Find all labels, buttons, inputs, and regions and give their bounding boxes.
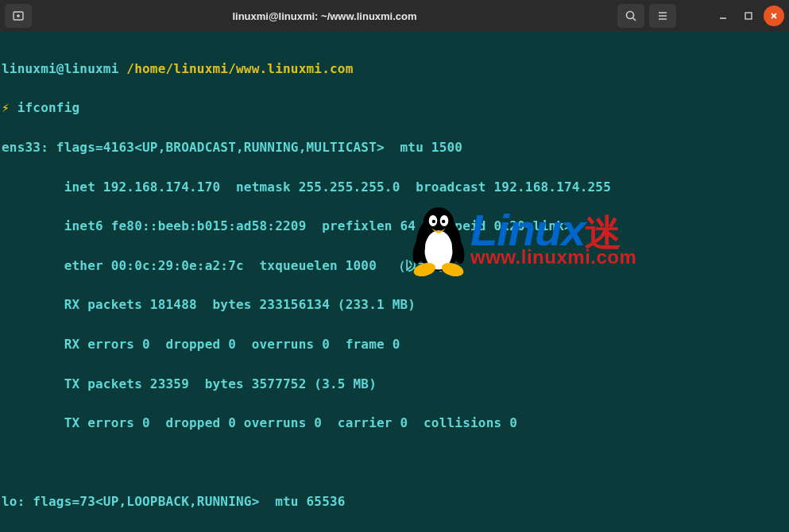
terminal-viewport[interactable]: linuxmi@linuxmi /home/linuxmi/www.linuxm… [0,32,789,532]
output-ens33-inet: inet 192.168.174.170 netmask 255.255.255… [2,178,784,198]
output-ens33-tx-errors: TX errors 0 dropped 0 overruns 0 carrier… [2,414,784,434]
cwd-path: /home/linuxmi/www.linuxmi.com [126,61,353,76]
hamburger-menu-button[interactable] [649,4,676,28]
prompt-line-1: linuxmi@linuxmi /home/linuxmi/www.linuxm… [2,60,784,79]
search-button[interactable] [617,4,644,28]
svg-point-1 [627,12,634,19]
output-ens33-rx-errors: RX errors 0 dropped 0 overruns 0 frame 0 [2,335,784,355]
output-lo-flags: lo: flags=73<UP,LOOPBACK,RUNNING> mtu 65… [2,492,784,512]
new-tab-button[interactable] [5,4,32,28]
output-ens33-tx-packets: TX packets 23359 bytes 3577752 (3.5 MB) [2,375,784,395]
output-ens33-inet6: inet6 fe80::beeb:b015:ad58:2209 prefixle… [2,217,784,237]
output-ens33-ether: ether 00:0c:29:0e:a2:7c txqueuelen 1000 … [2,256,784,276]
output-blank [2,453,784,473]
output-ens33-flags: ens33: flags=4163<UP,BROADCAST,RUNNING,M… [2,138,784,158]
close-button[interactable] [764,6,784,26]
output-ens33-rx-packets: RX packets 181488 bytes 233156134 (233.1… [2,295,784,315]
command-line: ⚡ ifconfig [2,98,784,118]
command-text: ifconfig [17,100,80,115]
bolt-icon: ⚡ [2,100,10,115]
maximize-button[interactable] [738,6,759,26]
window-title: linuxmi@linuxmi: ~/www.linuxmi.com [37,10,613,22]
titlebar: linuxmi@linuxmi: ~/www.linuxmi.com [0,0,789,32]
minimize-button[interactable] [713,6,733,26]
svg-rect-2 [745,13,752,19]
user-host: linuxmi@linuxmi [2,61,119,76]
